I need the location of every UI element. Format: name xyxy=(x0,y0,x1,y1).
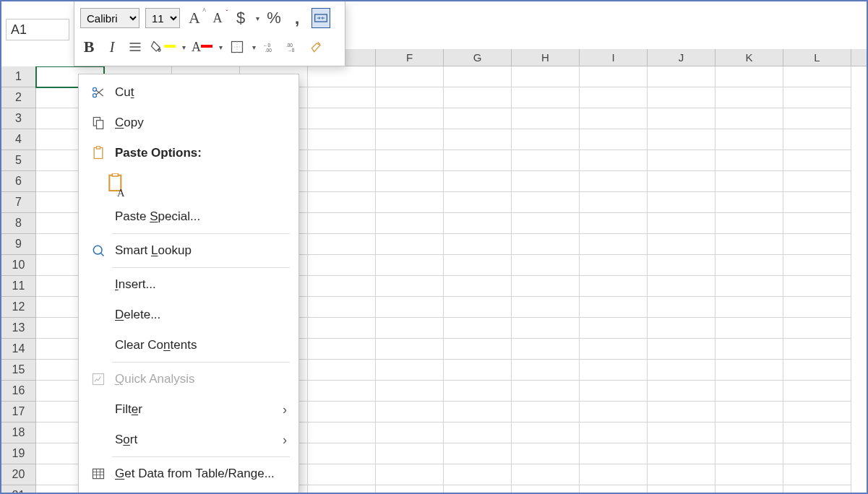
cell[interactable] xyxy=(512,381,580,402)
cell[interactable] xyxy=(648,402,716,422)
cell[interactable] xyxy=(580,276,648,297)
cell[interactable] xyxy=(444,87,512,108)
cell[interactable] xyxy=(512,150,580,171)
cell[interactable] xyxy=(512,318,580,339)
cell[interactable] xyxy=(308,150,376,171)
cell[interactable] xyxy=(308,360,376,381)
row-header[interactable]: 14 xyxy=(1,339,35,360)
cell[interactable] xyxy=(580,108,648,129)
align-button[interactable] xyxy=(126,37,144,57)
cell[interactable] xyxy=(783,276,851,297)
cell[interactable] xyxy=(376,192,444,213)
cell[interactable] xyxy=(376,150,444,171)
cell[interactable] xyxy=(716,192,783,213)
cell[interactable] xyxy=(648,339,716,360)
cell[interactable] xyxy=(580,297,648,318)
column-header[interactable]: L xyxy=(783,49,851,66)
fill-color-button[interactable] xyxy=(150,37,176,57)
cell[interactable] xyxy=(376,422,444,443)
cell[interactable] xyxy=(444,192,512,213)
row-header[interactable]: 16 xyxy=(1,381,35,402)
cell[interactable] xyxy=(308,108,376,129)
cell[interactable] xyxy=(376,443,444,464)
cell[interactable] xyxy=(376,66,444,87)
column-header[interactable]: K xyxy=(716,49,783,66)
row-header[interactable]: 15 xyxy=(1,360,35,381)
column-header[interactable]: I xyxy=(580,49,648,66)
cell[interactable] xyxy=(376,234,444,255)
cell[interactable] xyxy=(308,87,376,108)
cell[interactable] xyxy=(308,318,376,339)
cell[interactable] xyxy=(444,150,512,171)
cell[interactable] xyxy=(580,402,648,422)
cell[interactable] xyxy=(580,339,648,360)
row-header[interactable]: 18 xyxy=(1,422,35,443)
cell[interactable] xyxy=(648,276,716,297)
row-header[interactable]: 21 xyxy=(1,485,35,494)
cell[interactable] xyxy=(308,66,376,87)
cell[interactable] xyxy=(783,422,851,443)
cell[interactable] xyxy=(308,402,376,422)
cell[interactable] xyxy=(308,339,376,360)
cell[interactable] xyxy=(716,108,783,129)
increase-decimal-button[interactable]: ←0.00 xyxy=(262,37,279,57)
cell[interactable] xyxy=(783,297,851,318)
cell[interactable] xyxy=(376,171,444,192)
menu-insert[interactable]: Insert... xyxy=(79,269,298,300)
cell[interactable] xyxy=(308,171,376,192)
cell[interactable] xyxy=(512,87,580,108)
cell[interactable] xyxy=(376,276,444,297)
cell[interactable] xyxy=(580,360,648,381)
cell[interactable] xyxy=(648,129,716,150)
font-color-dropdown[interactable]: ▾ xyxy=(219,43,223,51)
cell[interactable] xyxy=(376,129,444,150)
cell[interactable] xyxy=(512,171,580,192)
cell[interactable] xyxy=(308,192,376,213)
cell[interactable] xyxy=(716,297,783,318)
paste-keep-text-button[interactable]: A xyxy=(105,172,129,198)
cell[interactable] xyxy=(580,255,648,276)
cell[interactable] xyxy=(716,360,783,381)
cell[interactable] xyxy=(580,422,648,443)
row-header[interactable]: 11 xyxy=(1,276,35,297)
percent-format-button[interactable]: % xyxy=(265,8,283,28)
cell[interactable] xyxy=(783,318,851,339)
cell[interactable] xyxy=(783,66,851,87)
decrease-decimal-button[interactable]: .00→0 xyxy=(285,37,302,57)
bold-button[interactable]: B xyxy=(80,37,98,57)
cell[interactable] xyxy=(648,255,716,276)
cell[interactable] xyxy=(783,255,851,276)
cell[interactable] xyxy=(716,87,783,108)
cell[interactable] xyxy=(783,129,851,150)
row-header[interactable]: 4 xyxy=(1,129,35,150)
accounting-format-button[interactable]: $ xyxy=(232,8,249,28)
row-header[interactable]: 3 xyxy=(1,108,35,129)
cell[interactable] xyxy=(648,422,716,443)
cell[interactable] xyxy=(648,66,716,87)
cell[interactable] xyxy=(308,422,376,443)
font-name-select[interactable]: Calibri xyxy=(80,8,139,28)
menu-smart-lookup[interactable]: Smart Lookup xyxy=(79,235,298,266)
cell[interactable] xyxy=(512,192,580,213)
cell[interactable] xyxy=(648,108,716,129)
row-header[interactable]: 6 xyxy=(1,171,35,192)
cell[interactable] xyxy=(376,381,444,402)
cell[interactable] xyxy=(716,422,783,443)
cell[interactable] xyxy=(580,234,648,255)
cell[interactable] xyxy=(716,171,783,192)
cell[interactable] xyxy=(716,381,783,402)
cell[interactable] xyxy=(512,108,580,129)
cell[interactable] xyxy=(783,171,851,192)
cell[interactable] xyxy=(580,381,648,402)
cell[interactable] xyxy=(444,108,512,129)
cell[interactable] xyxy=(580,171,648,192)
cell[interactable] xyxy=(783,485,851,494)
row-header[interactable]: 2 xyxy=(1,87,35,108)
cell[interactable] xyxy=(512,443,580,464)
cell[interactable] xyxy=(376,339,444,360)
cell[interactable] xyxy=(444,66,512,87)
cell[interactable] xyxy=(783,87,851,108)
italic-button[interactable]: I xyxy=(103,37,121,57)
cell[interactable] xyxy=(308,276,376,297)
cell[interactable] xyxy=(716,213,783,234)
